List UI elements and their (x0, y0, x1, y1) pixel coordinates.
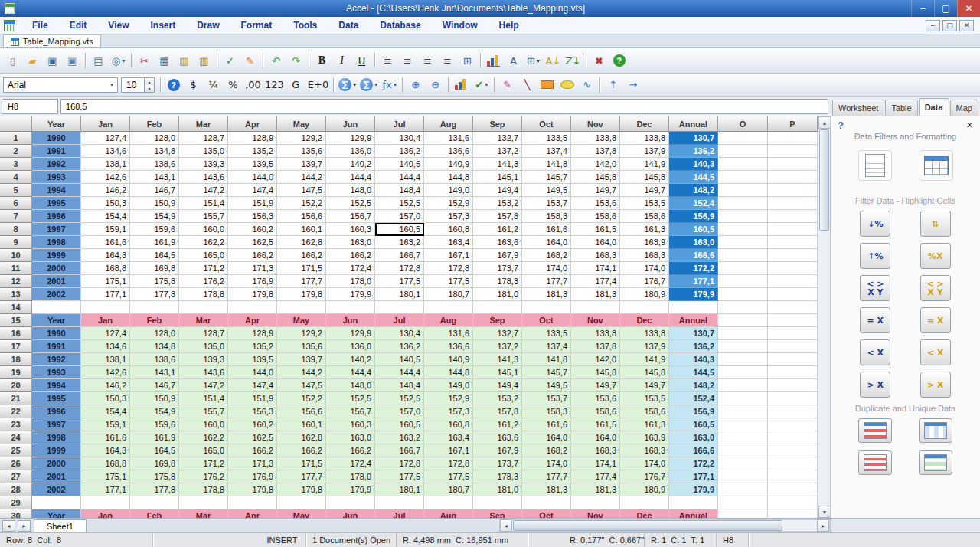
row-header-10[interactable]: 10 (0, 249, 32, 262)
print-icon[interactable]: ▤ (89, 51, 108, 70)
data-cell[interactable]: 164,0 (571, 236, 620, 249)
empty-cell[interactable] (473, 301, 522, 314)
year-cell[interactable]: 1998 (32, 431, 81, 444)
table-header-cell[interactable]: Oct (522, 314, 571, 327)
help-icon[interactable]: ? (609, 51, 629, 70)
mdi-close-button[interactable]: ✕ (959, 20, 974, 31)
menu-item-tools[interactable]: Tools (283, 17, 328, 34)
grid-corner[interactable] (0, 116, 32, 132)
data-cell[interactable]: 160,3 (326, 418, 375, 431)
data-cell[interactable]: 146,2 (81, 184, 130, 197)
annual-cell[interactable]: 166,6 (669, 249, 718, 262)
data-cell[interactable]: 141,9 (620, 158, 669, 171)
data-cell[interactable]: 164,5 (130, 444, 179, 457)
data-cell[interactable]: 129,2 (277, 132, 326, 145)
line-tool-icon[interactable]: ╲ (518, 76, 537, 94)
column-header-year[interactable]: Year (32, 116, 81, 132)
empty-cell[interactable] (718, 171, 768, 184)
general-format-button[interactable]: G (286, 76, 305, 94)
data-cell[interactable]: 139,7 (277, 353, 326, 366)
data-cell[interactable]: 161,3 (620, 418, 669, 431)
annual-cell[interactable]: 144,5 (669, 171, 718, 184)
data-cell[interactable]: 180,9 (620, 288, 669, 301)
decimal-format-button[interactable]: ,00 (243, 76, 263, 94)
data-cell[interactable]: 157,0 (375, 210, 424, 223)
data-cell[interactable]: 163,2 (375, 431, 424, 444)
empty-cell[interactable] (522, 301, 571, 314)
table-header-cell[interactable]: Annual (669, 509, 718, 518)
font-size-spinner[interactable]: ▴▾ (144, 78, 154, 92)
data-cell[interactable]: 177,7 (277, 275, 326, 288)
table-header-year-cell[interactable]: Year (32, 314, 81, 327)
annual-cell[interactable]: 160,5 (669, 223, 718, 236)
annual-cell[interactable]: 172,2 (669, 262, 718, 275)
data-cell[interactable]: 163,6 (473, 431, 522, 444)
data-cell[interactable]: 156,3 (228, 210, 277, 223)
empty-cell[interactable] (424, 301, 473, 314)
empty-cell[interactable] (81, 301, 130, 314)
data-cell[interactable]: 150,9 (130, 392, 179, 405)
data-cell[interactable]: 144,0 (228, 171, 277, 184)
data-cell[interactable]: 154,4 (81, 210, 130, 223)
data-cell[interactable]: 174,1 (571, 457, 620, 470)
row-header-3[interactable]: 3 (0, 158, 32, 171)
empty-cell[interactable] (768, 301, 818, 314)
data-cell[interactable]: 177,4 (571, 470, 620, 483)
empty-cell[interactable] (768, 210, 818, 223)
data-cell[interactable]: 158,6 (620, 405, 669, 418)
data-cell[interactable]: 135,0 (179, 145, 228, 158)
year-cell[interactable]: 2001 (32, 275, 81, 288)
data-cell[interactable]: 150,3 (81, 392, 130, 405)
empty-cell[interactable] (768, 444, 818, 457)
data-cell[interactable]: 177,5 (424, 470, 473, 483)
spellcheck-icon[interactable]: ✓ (220, 51, 240, 70)
data-cell[interactable]: 160,3 (326, 223, 375, 236)
table-header-cell[interactable]: Sep (473, 314, 522, 327)
empty-cell[interactable] (718, 353, 768, 366)
data-cell[interactable]: 164,0 (522, 236, 571, 249)
column-header-p[interactable]: P (768, 116, 818, 132)
empty-cell[interactable] (718, 418, 768, 431)
menu-item-view[interactable]: View (97, 17, 139, 34)
column-header-sep[interactable]: Sep (473, 116, 522, 132)
panel-tab-worksheet[interactable]: Worksheet (832, 100, 884, 116)
data-cell[interactable]: 177,1 (81, 288, 130, 301)
empty-cell[interactable] (768, 327, 818, 340)
annual-cell[interactable]: 179,9 (669, 288, 718, 301)
data-cell[interactable]: 171,2 (179, 457, 228, 470)
data-cell[interactable]: 141,3 (473, 353, 522, 366)
data-cell[interactable]: 164,3 (81, 444, 130, 457)
align-center-icon[interactable]: ≡ (398, 51, 417, 70)
column-header-o[interactable]: O (718, 116, 768, 132)
undo-icon[interactable]: ↶ (266, 51, 286, 70)
annual-cell[interactable]: 144,5 (669, 366, 718, 379)
annual-cell[interactable]: 156,9 (669, 405, 718, 418)
data-cell[interactable]: 142,6 (81, 171, 130, 184)
document-tab[interactable]: Table_Mapping.vts (3, 34, 101, 47)
data-cell[interactable]: 136,6 (424, 145, 473, 158)
row-header-6[interactable]: 6 (0, 197, 32, 210)
data-cell[interactable]: 177,7 (522, 470, 571, 483)
data-cell[interactable]: 157,3 (424, 405, 473, 418)
data-cell[interactable]: 159,1 (81, 223, 130, 236)
row-header-22[interactable]: 22 (0, 405, 32, 418)
number-format-button[interactable]: 123 (263, 76, 286, 94)
empty-cell[interactable] (768, 470, 818, 483)
table-header-cell[interactable]: Dec (620, 314, 669, 327)
data-cell[interactable]: 146,7 (130, 379, 179, 392)
data-cell[interactable]: 171,3 (228, 457, 277, 470)
column-header-jan[interactable]: Jan (81, 116, 130, 132)
data-cell[interactable]: 156,7 (326, 405, 375, 418)
scroll-left-button[interactable]: ◂ (500, 519, 512, 532)
data-cell[interactable]: 152,5 (326, 197, 375, 210)
empty-cell[interactable] (718, 366, 768, 379)
data-cell[interactable]: 132,7 (473, 132, 522, 145)
data-cell[interactable]: 168,3 (620, 249, 669, 262)
data-cell[interactable]: 131,6 (424, 132, 473, 145)
data-cell[interactable]: 136,0 (326, 145, 375, 158)
data-cell[interactable]: 136,2 (375, 145, 424, 158)
data-cell[interactable]: 181,3 (571, 483, 620, 496)
data-cell[interactable]: 160,0 (179, 223, 228, 236)
empty-cell[interactable] (718, 249, 768, 262)
autosum-button[interactable]: ∑▾ (337, 76, 358, 94)
